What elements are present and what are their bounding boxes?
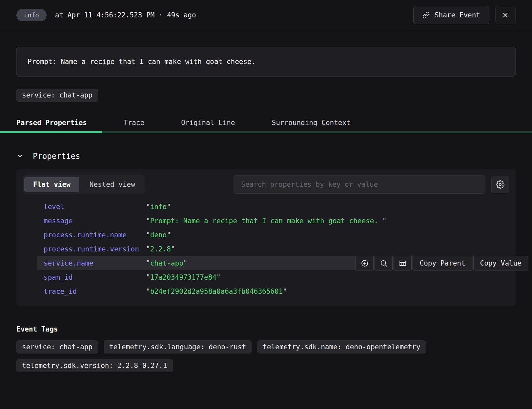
properties-controls: Flat view Nested view (16, 175, 516, 194)
properties-search-input[interactable] (233, 175, 485, 194)
property-key: trace_id (44, 288, 146, 295)
detail-tabs: Parsed Properties Trace Original Line Su… (0, 117, 532, 133)
property-value: "deno" (146, 231, 171, 239)
value-text: b24ef2902d2a958a0a6a3fb046365601 (150, 288, 283, 295)
share-event-label: Share Event (435, 11, 480, 19)
value-text: 2.2.8 (150, 245, 171, 253)
tab-parsed-properties[interactable]: Parsed Properties (16, 117, 87, 133)
event-tags-title: Event Tags (16, 325, 516, 333)
table-column-button[interactable] (394, 256, 412, 270)
properties-section-title: Properties (33, 152, 80, 161)
value-quote: " (146, 288, 150, 295)
event-tag-sdk-name[interactable]: telemetry.sdk.name: deno-opentelemetry (257, 340, 426, 354)
properties-rows: level "info" message "Prompt: Name a rec… (16, 194, 516, 298)
row-actions: Copy Parent Copy Value (356, 256, 528, 270)
property-row-service-name[interactable]: service.name "chat-app" (37, 256, 528, 270)
value-quote: " (146, 259, 150, 267)
add-filter-button[interactable] (356, 256, 374, 270)
log-message-box: Prompt: Name a recipe that I can make wi… (16, 47, 516, 77)
search-value-button[interactable] (375, 256, 393, 270)
value-quote: " (183, 259, 188, 267)
table-icon (399, 259, 407, 267)
property-value: "b24ef2902d2a958a0a6a3fb046365601" (146, 288, 287, 295)
log-message-text: Prompt: Name a recipe that I can make wi… (28, 58, 256, 66)
event-header: info at Apr 11 4:56:22.523 PM · 49s ago … (0, 0, 532, 30)
property-key: message (44, 217, 146, 225)
event-tag-sdk-version[interactable]: telemetry.sdk.version: 2.2.8-0.27.1 (16, 359, 173, 372)
property-value: "17a2034973177e84" (146, 273, 221, 281)
property-key: span_id (44, 273, 146, 281)
value-quote: " (146, 245, 150, 253)
gear-icon (496, 180, 504, 189)
value-quote: " (171, 245, 175, 253)
copy-parent-button[interactable]: Copy Parent (413, 256, 472, 270)
property-value: "2.2.8" (146, 245, 175, 253)
link-icon (422, 11, 430, 19)
value-quote: " (283, 288, 287, 295)
value-quote: " (146, 273, 150, 281)
property-value: "Prompt: Name a recipe that I can make w… (146, 217, 386, 225)
property-key: process.runtime.name (44, 231, 146, 239)
copy-value-label: Copy Value (480, 259, 522, 267)
property-key: level (44, 203, 146, 211)
property-row-runtime-version[interactable]: process.runtime.version "2.2.8" (16, 242, 516, 256)
value-text: 17a2034973177e84 (150, 273, 216, 281)
tab-trace[interactable]: Trace (124, 117, 144, 133)
property-row-message[interactable]: message "Prompt: Name a recipe that I ca… (16, 214, 516, 228)
value-text: info (150, 203, 167, 211)
copy-value-button[interactable]: Copy Value (473, 256, 528, 270)
property-key: service.name (44, 259, 146, 267)
close-icon (501, 11, 509, 19)
value-quote: " (167, 203, 171, 211)
property-value: "info" (146, 203, 171, 211)
property-key: process.runtime.version (44, 245, 146, 253)
event-tags-section: Event Tags service: chat-app telemetry.s… (16, 325, 516, 372)
properties-section-header[interactable]: Properties (16, 152, 80, 161)
close-button[interactable] (495, 6, 516, 24)
value-text: deno (150, 231, 167, 239)
search-icon (380, 259, 388, 267)
value-quote: " (146, 231, 150, 239)
plus-circle-icon (361, 259, 369, 267)
value-quote: " (382, 217, 387, 225)
properties-panel: Flat view Nested view level "info" messa… (16, 169, 516, 306)
view-toggle: Flat view Nested view (23, 175, 145, 194)
tab-surrounding-context[interactable]: Surrounding Context (272, 117, 351, 133)
value-quote: " (146, 203, 150, 211)
nested-view-button[interactable]: Nested view (81, 177, 144, 192)
flat-view-button[interactable]: Flat view (24, 177, 79, 192)
copy-parent-label: Copy Parent (419, 259, 465, 267)
property-row-level[interactable]: level "info" (16, 200, 516, 214)
value-text: chat-app (150, 259, 183, 267)
value-quote: " (146, 217, 150, 225)
chevron-down-icon (16, 153, 24, 160)
property-row-trace-id[interactable]: trace_id "b24ef2902d2a958a0a6a3fb0463656… (16, 284, 516, 298)
value-quote: " (167, 231, 171, 239)
level-badge: info (16, 9, 47, 21)
properties-settings-button[interactable] (491, 176, 509, 193)
property-row-runtime-name[interactable]: process.runtime.name "deno" (16, 228, 516, 242)
share-event-button[interactable]: Share Event (413, 6, 489, 24)
value-text: Prompt: Name a recipe that I can make wi… (150, 217, 382, 225)
value-quote: " (216, 273, 221, 281)
property-value: "chat-app" (146, 259, 187, 267)
event-tag-service[interactable]: service: chat-app (16, 340, 98, 354)
property-row-span-id[interactable]: span_id "17a2034973177e84" (16, 270, 516, 284)
event-tags-list: service: chat-app telemetry.sdk.language… (16, 340, 516, 372)
service-chip[interactable]: service: chat-app (16, 89, 98, 102)
event-tag-sdk-language[interactable]: telemetry.sdk.language: deno-rust (104, 340, 252, 354)
tab-original-line[interactable]: Original Line (181, 117, 235, 133)
event-timestamp: at Apr 11 4:56:22.523 PM · 49s ago (55, 11, 196, 19)
